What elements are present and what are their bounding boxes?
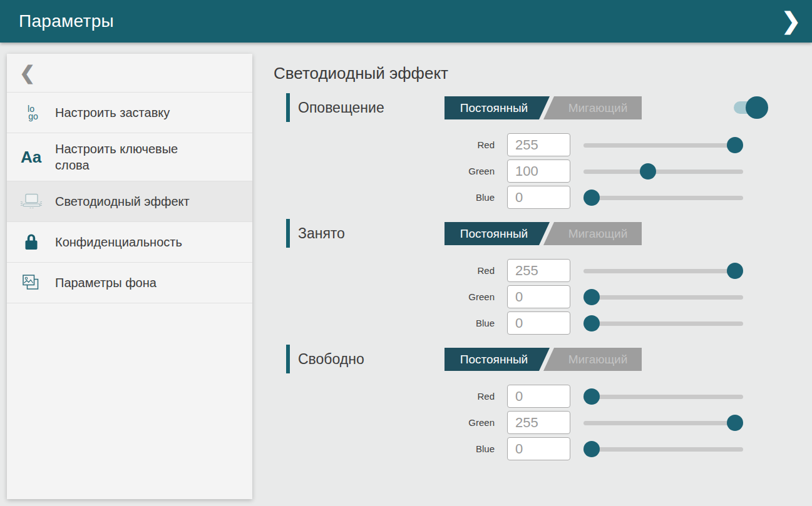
sidebar-item-keywords[interactable]: Aa Настроить ключевые слова (7, 133, 252, 181)
sidebar-item-label: Настроить ключевые слова (55, 141, 205, 173)
mode-option-solid[interactable]: Постоянный (445, 96, 550, 119)
led-screen-icon (7, 193, 55, 210)
slider-thumb[interactable] (583, 388, 600, 405)
main-content: Светодиодный эффект Оповещение Мигающий … (274, 43, 812, 506)
busy-mode-segmented-control: Мигающий Постоянный (445, 222, 642, 245)
red-slider[interactable] (583, 388, 743, 405)
accent-bar (286, 345, 290, 373)
green-input[interactable] (507, 159, 570, 183)
slider-thumb[interactable] (583, 289, 600, 305)
red-label: Red (274, 139, 495, 150)
slider-track (583, 143, 743, 148)
sidebar-item-label: Настроить заставку (55, 104, 170, 121)
section-busy: Занято Мигающий Постоянный Red Green (274, 219, 812, 335)
sidebar: ❮ lo go Настроить заставку Aa Настроить … (7, 54, 252, 499)
free-mode-segmented-control: Мигающий Постоянный (445, 348, 642, 371)
lock-icon (7, 233, 55, 252)
toggle-thumb (746, 96, 768, 119)
slider-thumb[interactable] (727, 263, 743, 279)
sidebar-collapse-button[interactable]: ❮ (7, 54, 252, 93)
slider-thumb[interactable] (727, 137, 743, 153)
sidebar-item-led-effect[interactable]: Светодиодный эффект (7, 181, 252, 222)
mode-option-solid[interactable]: Постоянный (445, 222, 550, 245)
slider-track (583, 269, 743, 273)
green-slider[interactable] (583, 163, 743, 180)
red-input[interactable] (507, 133, 570, 156)
red-label: Red (274, 265, 495, 276)
slider-track (583, 447, 743, 452)
green-input[interactable] (507, 411, 570, 434)
forward-chevron-icon[interactable]: ❯ (781, 6, 801, 36)
blue-input[interactable] (507, 437, 570, 460)
sidebar-item-label: Конфиденциальность (55, 234, 182, 250)
sidebar-item-privacy[interactable]: Конфиденциальность (7, 222, 252, 263)
keywords-icon: Aa (7, 148, 55, 167)
red-input[interactable] (507, 385, 570, 408)
blue-slider[interactable] (583, 190, 743, 206)
section-title: Свободно (298, 351, 364, 368)
section-title: Оповещение (298, 99, 384, 116)
green-slider[interactable] (583, 289, 743, 305)
slider-thumb[interactable] (583, 441, 600, 457)
red-label: Red (274, 391, 495, 402)
blue-input[interactable] (507, 311, 570, 335)
blue-label: Blue (274, 443, 495, 454)
background-images-icon (7, 273, 55, 293)
slider-track (583, 395, 743, 399)
section-free: Свободно Мигающий Постоянный Red Green (274, 345, 812, 460)
red-slider[interactable] (583, 137, 743, 153)
accent-bar (286, 219, 290, 248)
page-title: Параметры (19, 11, 114, 31)
green-label: Green (274, 291, 495, 302)
section-alert: Оповещение Мигающий Постоянный Red (274, 93, 812, 209)
green-slider[interactable] (583, 415, 743, 431)
accent-bar (286, 93, 290, 122)
sidebar-item-screensaver[interactable]: lo go Настроить заставку (7, 93, 252, 133)
red-input[interactable] (507, 259, 570, 282)
slider-track (583, 295, 743, 300)
sidebar-item-background[interactable]: Параметры фона (7, 263, 252, 303)
slider-thumb[interactable] (640, 163, 656, 180)
sidebar-item-label: Параметры фона (55, 275, 157, 291)
blue-label: Blue (274, 192, 495, 203)
green-input[interactable] (507, 285, 570, 308)
mode-option-solid[interactable]: Постоянный (445, 348, 550, 371)
green-label: Green (274, 417, 495, 428)
blue-slider[interactable] (583, 441, 743, 457)
alert-mode-segmented-control: Мигающий Постоянный (445, 96, 642, 119)
app-header: Параметры ❯ (0, 0, 812, 43)
blue-label: Blue (274, 318, 495, 328)
slider-thumb[interactable] (583, 315, 600, 331)
main-title: Светодиодный эффект (274, 64, 812, 83)
back-chevron-icon: ❮ (19, 62, 35, 84)
sidebar-item-label: Светодиодный эффект (55, 193, 190, 210)
slider-track (583, 321, 743, 326)
alert-enabled-toggle[interactable] (734, 101, 763, 114)
slider-thumb[interactable] (583, 190, 600, 206)
green-label: Green (274, 166, 495, 176)
slider-track (583, 170, 743, 174)
section-title: Занято (298, 225, 345, 242)
red-slider[interactable] (583, 263, 743, 279)
logo-icon: lo go (7, 105, 55, 120)
slider-track (583, 421, 743, 425)
slider-track (583, 196, 743, 200)
blue-slider[interactable] (583, 315, 743, 331)
slider-thumb[interactable] (727, 415, 743, 431)
blue-input[interactable] (507, 186, 570, 209)
